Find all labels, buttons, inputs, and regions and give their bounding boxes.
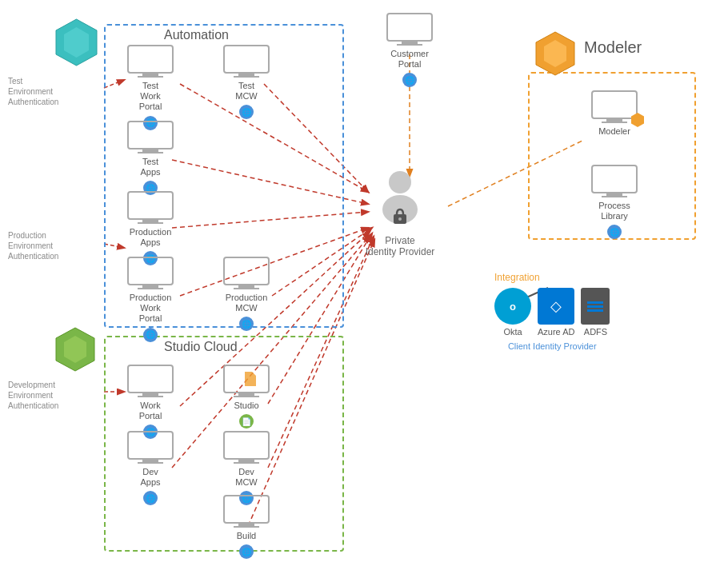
integration-section: Integration o Okta ◇ Azure AD ADFS [494,272,610,351]
private-identity-label: PrivateIdentity Provider [356,235,444,257]
production-work-portal-globe: 🌐 [143,328,158,342]
studio-label: Studio [214,401,278,411]
integration-title: Integration [494,272,610,283]
svg-rect-50 [138,396,163,397]
svg-rect-57 [138,462,163,464]
azure-ad-label: Azure AD [538,327,574,337]
svg-rect-33 [142,219,158,222]
svg-rect-29 [128,122,173,149]
process-library-label: ProcessLibrary [582,201,646,221]
adfs-icon-item: ADFS [581,288,610,337]
svg-rect-43 [397,44,422,46]
production-mcw-globe: 🌐 [239,317,254,331]
dev-apps-monitor: DevApps 🌐 [118,430,182,505]
production-env-auth-label: ProductionEnvironmentAuthentication [8,230,58,261]
studio-monitor: Studio 📄 [214,364,278,429]
modeler-hex-icon [534,30,576,79]
studio-globe: 📄 [239,414,254,429]
work-portal-label: WorkPortal [118,401,182,421]
svg-rect-68 [592,165,637,193]
test-work-portal-label: TestWorkPortal [118,81,182,113]
production-apps-monitor: ProductionApps 🌐 [118,190,182,265]
test-mcw-monitor: TestMCW 🌐 [214,44,278,119]
test-work-portal-monitor: TestWorkPortal 🌐 [118,44,182,130]
svg-rect-36 [142,285,158,288]
dev-apps-label: DevApps [118,467,182,488]
dev-env-auth-label: DevelopmentEnvironmentAuthentication [8,380,58,411]
svg-rect-59 [238,459,254,462]
production-work-portal-monitor: ProductionWorkPortal 🌐 [118,256,182,342]
svg-rect-60 [234,462,259,464]
test-apps-label: TestApps [118,157,182,177]
test-mcw-globe: 🌐 [239,105,254,119]
studio-cloud-hex-icon [54,326,96,375]
test-apps-monitor: TestApps 🌐 [118,120,182,195]
dev-apps-globe: 🌐 [143,491,158,505]
production-apps-label: ProductionApps [118,227,182,248]
production-mcw-label: ProductionMCW [214,293,278,313]
svg-rect-35 [128,257,173,285]
svg-rect-39 [238,285,254,288]
svg-rect-23 [128,46,173,73]
process-library-globe: 🌐 [607,225,622,239]
okta-label: Okta [494,327,531,337]
svg-rect-37 [138,288,163,289]
work-portal-monitor: WorkPortal 🌐 [118,364,182,439]
svg-rect-30 [142,149,158,152]
svg-rect-38 [224,257,269,285]
svg-point-47 [398,217,402,221]
private-identity-provider: PrivateIdentity Provider [356,168,444,257]
svg-rect-58 [224,432,269,459]
svg-rect-31 [138,152,163,153]
adfs-label: ADFS [581,327,610,337]
svg-rect-48 [128,365,173,393]
svg-rect-26 [224,46,269,73]
svg-rect-61 [224,496,269,523]
svg-rect-55 [128,432,173,459]
svg-rect-62 [238,523,254,526]
svg-rect-41 [387,14,432,41]
dev-mcw-label: DevMCW [214,467,278,488]
svg-rect-63 [234,526,259,528]
svg-marker-54 [245,372,256,386]
azure-ad-icon: ◇ [538,288,574,325]
customer-portal-globe: 🌐 [402,73,417,87]
customer-portal-monitor: CustomerPortal 🌐 [378,12,442,87]
build-label: Build [214,531,278,541]
svg-rect-42 [402,41,418,44]
adfs-icon [581,288,610,325]
svg-rect-65 [606,118,622,122]
svg-rect-69 [606,193,622,196]
diagram-container: Automation Studio Cloud Modeler [0,0,728,574]
svg-point-44 [389,171,411,193]
svg-marker-67 [631,113,644,127]
svg-rect-24 [142,73,158,76]
modeler-monitor: Modeler [582,90,646,137]
svg-rect-70 [602,196,627,197]
production-mcw-monitor: ProductionMCW 🌐 [214,256,278,331]
azure-ad-icon-item: ◇ Azure AD [538,288,574,337]
client-identity-label: Client Identity Provider [494,341,610,351]
svg-rect-53 [234,396,259,397]
test-env-auth-label: TestEnvironmentAuthentication [8,76,58,107]
build-globe: 🌐 [239,544,254,559]
customer-portal-label: CustomerPortal [378,49,442,70]
modeler-title: Modeler [584,38,642,57]
okta-icon-item: o Okta [494,288,531,337]
process-library-monitor: ProcessLibrary 🌐 [582,164,646,239]
svg-rect-56 [142,459,158,462]
test-mcw-label: TestMCW [214,81,278,102]
svg-rect-25 [138,76,163,78]
svg-rect-28 [234,76,259,78]
svg-rect-66 [602,122,627,123]
integration-icons: o Okta ◇ Azure AD ADFS [494,288,610,337]
svg-rect-34 [138,222,163,224]
okta-icon: o [494,288,531,325]
svg-rect-32 [128,192,173,219]
svg-rect-49 [142,393,158,396]
svg-rect-40 [234,288,259,289]
automation-hex-icon [54,18,98,70]
svg-rect-27 [238,73,254,76]
production-work-portal-label: ProductionWorkPortal [118,293,182,325]
svg-rect-52 [238,393,254,396]
